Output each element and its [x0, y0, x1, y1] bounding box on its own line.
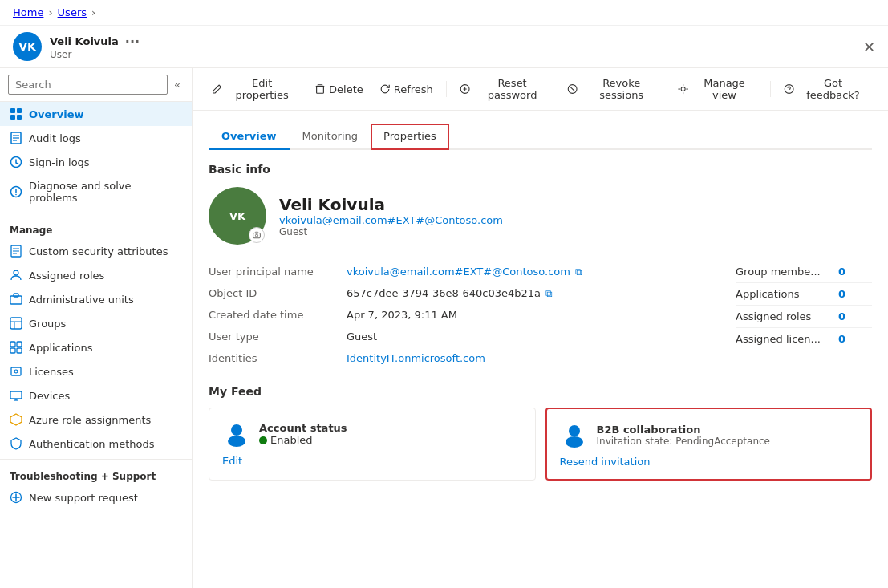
my-feed-title: My Feed	[209, 385, 872, 398]
breadcrumb: Home › Users ›	[0, 0, 888, 26]
sidebar-item-devices[interactable]: Devices	[0, 383, 192, 408]
svg-rect-18	[14, 294, 18, 297]
page-header: VK Veli Koivula ··· User ✕	[0, 26, 888, 68]
resend-invitation-link[interactable]: Resend invitation	[560, 456, 858, 468]
svg-point-39	[681, 87, 685, 91]
svg-point-47	[569, 425, 580, 436]
sidebar-item-groups[interactable]: Groups	[0, 311, 192, 335]
copy-upn-button[interactable]: ⧉	[575, 266, 582, 278]
groups-icon	[10, 317, 22, 330]
azure-role-icon	[10, 413, 22, 426]
copy-objectid-button[interactable]: ⧉	[545, 288, 553, 299]
profile-header: VK Veli Koivula vkoivula@email.com#EXT#@…	[209, 187, 872, 245]
new-support-icon	[10, 491, 22, 504]
stat-assigned-licenses: Assigned licen... 0	[736, 328, 872, 350]
sidebar-item-sign-in-logs[interactable]: Sign-in logs	[0, 150, 192, 174]
sign-in-logs-icon	[10, 156, 22, 168]
svg-line-38	[570, 87, 574, 91]
profile-name: Veli Koivula	[279, 195, 503, 214]
prop-created-date: Created date time Apr 7, 2023, 9:11 AM	[209, 304, 695, 326]
svg-point-46	[228, 436, 245, 447]
troubleshoot-section-label: Troubleshooting + Support	[0, 463, 192, 485]
manage-view-button[interactable]: Manage view	[671, 73, 764, 105]
svg-rect-26	[11, 367, 21, 375]
svg-point-43	[255, 234, 257, 237]
account-status-card: Account status Enabled Edit	[209, 408, 536, 481]
content-tabs: Overview Monitoring Properties	[209, 124, 872, 150]
sidebar-divider-2	[0, 459, 192, 460]
sidebar-item-audit-logs[interactable]: Audit logs	[0, 126, 192, 150]
profile-info: Veli Koivula vkoivula@email.com#EXT#@Con…	[279, 195, 503, 237]
tab-properties[interactable]: Properties	[371, 124, 449, 150]
svg-point-16	[14, 270, 18, 275]
sidebar-item-licenses[interactable]: Licenses	[0, 359, 192, 383]
svg-rect-24	[10, 348, 15, 353]
sidebar-item-new-support[interactable]: New support request	[0, 485, 192, 509]
svg-rect-3	[17, 115, 22, 120]
header-title-block: Veli Koivula ··· User	[50, 34, 863, 60]
collapse-sidebar-button[interactable]: «	[171, 75, 184, 94]
sidebar-search-area: «	[0, 68, 192, 102]
page-title: Veli Koivula ···	[50, 34, 863, 49]
breadcrumb-users[interactable]: Users	[58, 6, 87, 18]
breadcrumb-home[interactable]: Home	[13, 6, 43, 18]
delete-icon	[314, 83, 326, 95]
reset-password-button[interactable]: Reset password	[453, 73, 558, 105]
svg-rect-1	[17, 108, 22, 113]
stats-column: Group membe... 0 Applications 0 Assigned…	[712, 261, 872, 369]
more-options-button[interactable]: ···	[125, 34, 140, 49]
main-layout: « Overview Audit logs Sign-in logs	[0, 68, 888, 588]
svg-rect-19	[10, 318, 22, 329]
overview-icon	[10, 107, 22, 120]
camera-icon[interactable]	[249, 227, 265, 243]
edit-properties-button[interactable]: Edit properties	[205, 73, 305, 105]
diagnose-icon	[10, 185, 22, 198]
svg-rect-35	[317, 87, 324, 94]
account-status-status: Enabled	[259, 434, 347, 446]
upn-link[interactable]: vkoivula@email.com#EXT#@Contoso.com	[347, 266, 570, 278]
prop-object-id: Object ID 657c7dee-3794-36e8-640c03e4b21…	[209, 282, 695, 304]
sidebar-item-overview[interactable]: Overview	[0, 102, 192, 126]
sidebar-item-custom-security[interactable]: Custom security attributes	[0, 239, 192, 263]
search-input[interactable]	[8, 75, 168, 95]
devices-icon	[10, 389, 22, 402]
stat-assigned-roles: Assigned roles 0	[736, 306, 872, 328]
delete-button[interactable]: Delete	[308, 79, 370, 99]
svg-rect-25	[17, 348, 22, 353]
feedback-button[interactable]: Got feedback?	[777, 73, 875, 105]
basic-info-title: Basic info	[209, 163, 872, 176]
sidebar-item-azure-role[interactable]: Azure role assignments	[0, 408, 192, 432]
sidebar-item-auth-methods[interactable]: Authentication methods	[0, 432, 192, 456]
close-button[interactable]: ✕	[863, 39, 875, 55]
sidebar-item-admin-units[interactable]: Administrative units	[0, 287, 192, 311]
account-status-title: Account status	[259, 422, 347, 434]
sidebar-item-diagnose[interactable]: Diagnose and solve problems	[0, 174, 192, 209]
manage-view-icon	[678, 83, 688, 95]
profile-user-type: Guest	[279, 226, 503, 237]
sidebar-item-assigned-roles[interactable]: Assigned roles	[0, 263, 192, 287]
b2b-title: B2B collaboration	[597, 424, 771, 436]
account-status-edit-link[interactable]: Edit	[222, 455, 522, 467]
reset-password-icon	[460, 83, 470, 95]
svg-marker-31	[10, 414, 22, 425]
revoke-sessions-button[interactable]: Revoke sessions	[561, 73, 668, 105]
svg-point-41	[789, 91, 789, 91]
header-avatar: VK	[13, 32, 42, 61]
feedback-icon	[784, 83, 794, 95]
svg-rect-28	[10, 391, 22, 399]
properties-list: User principal name vkoivula@email.com#E…	[209, 261, 695, 369]
main-content: Overview Monitoring Properties Basic inf…	[193, 111, 888, 588]
refresh-button[interactable]: Refresh	[373, 79, 440, 99]
svg-rect-0	[10, 108, 15, 113]
audit-logs-icon	[10, 132, 22, 144]
sidebar-item-applications[interactable]: Applications	[0, 335, 192, 359]
custom-security-icon	[10, 245, 22, 258]
edit-icon	[212, 83, 222, 95]
identities-link[interactable]: IdentityIT.onmicrosoft.com	[347, 352, 485, 364]
b2b-subtitle: Invitation state: PendingAcceptance	[597, 436, 771, 447]
admin-units-icon	[10, 293, 22, 306]
tab-monitoring[interactable]: Monitoring	[290, 124, 371, 150]
prop-identities: Identities IdentityIT.onmicrosoft.com	[209, 347, 695, 369]
tab-overview[interactable]: Overview	[209, 124, 290, 150]
profile-email: vkoivula@email.com#EXT#@Contoso.com	[279, 214, 503, 226]
